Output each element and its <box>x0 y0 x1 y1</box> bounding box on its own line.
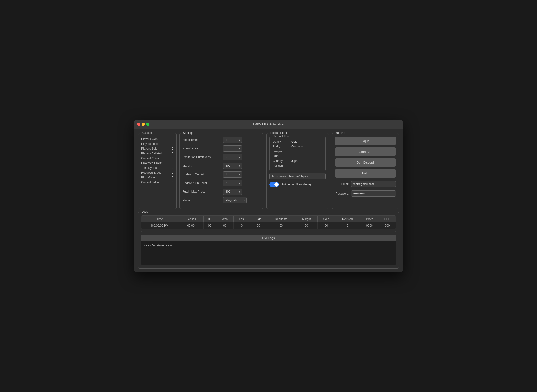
current-filters-title: Current Filters: <box>272 135 291 138</box>
settings-container: Sleep Time:1▾Num Cycles:5▾Expiration Cut… <box>183 137 260 203</box>
stats-row: Requests Made:0 <box>141 170 173 175</box>
futbin-url-input[interactable] <box>269 173 326 179</box>
minimize-button[interactable] <box>142 123 145 126</box>
auto-filters-toggle[interactable] <box>269 182 279 187</box>
start-bot-button[interactable]: Start Bot <box>335 147 396 156</box>
settings-row: Undercut On List:1▾ <box>183 171 260 178</box>
settings-select-5[interactable]: 2 <box>223 180 242 186</box>
main-content: Statistics Players Won:0Players Lost:0Pl… <box>134 129 403 272</box>
stats-value: 0 <box>172 166 173 170</box>
help-button[interactable]: Help <box>335 169 396 178</box>
stats-row: Players Sold:0 <box>141 146 173 151</box>
settings-select-4[interactable]: 1 <box>223 171 242 178</box>
settings-row: Undercut On Relist:2▾ <box>183 180 260 186</box>
settings-select-6[interactable]: 800 <box>223 189 242 195</box>
stats-row: Projected Profit:0 <box>141 161 173 165</box>
stats-label: Players Won: <box>141 137 158 141</box>
stats-label: Requests Made: <box>141 171 162 174</box>
filter-key: Position: <box>273 164 289 167</box>
settings-select-0[interactable]: 1 <box>223 137 242 143</box>
live-logs-body: - - - - Bot started - - - - <box>141 241 396 265</box>
filter-rows: Quality:GoldRarity:CommonLeague:Club:Cou… <box>273 139 323 168</box>
filter-key: Club: <box>273 154 289 158</box>
stats-container: Players Won:0Players Lost:0Players Sold:… <box>141 137 173 185</box>
live-logs-header: Live Logs <box>141 235 396 241</box>
toggle-row: Auto enter filters (beta) <box>269 182 326 187</box>
log-column-header: ID <box>203 216 216 222</box>
stats-row: Bids Made:0 <box>141 175 173 180</box>
title-bar: TMB's FIFA Autobidder <box>134 120 403 129</box>
stats-value: 0 <box>172 152 173 155</box>
log-table-cell: [00:00:00 PM <box>141 222 178 229</box>
stats-label: Current Coins: <box>141 157 160 160</box>
statistics-panel: Statistics Players Won:0Players Lost:0Pl… <box>138 133 177 209</box>
select-wrapper: 1▾ <box>223 171 242 178</box>
filter-key: Rarity: <box>273 145 289 148</box>
stats-label: Projected Profit: <box>141 161 162 165</box>
filter-key: League: <box>273 150 289 153</box>
stats-label: Players Relisted: <box>141 152 163 155</box>
settings-select-1[interactable]: 5 <box>223 145 242 152</box>
settings-field-label: Platform: <box>183 199 221 202</box>
settings-field-label: Undercut On Relist: <box>183 181 221 185</box>
stats-label: Players Sold: <box>141 147 158 150</box>
log-column-header: Requests <box>267 216 295 222</box>
logs-title: Logs <box>141 210 149 213</box>
filter-row: Position: <box>273 163 323 168</box>
log-header-row: TimeElapsedIDWonLostBidsRequestsMarginSo… <box>141 216 396 222</box>
settings-row: Platform:Playstation▾ <box>183 197 260 203</box>
password-label: Password: <box>335 192 349 195</box>
settings-row: Num Cycles:5▾ <box>183 145 260 152</box>
log-table-cell: 0 <box>335 222 360 229</box>
email-input[interactable] <box>351 181 396 187</box>
settings-field-label: Expiration Cutoff Mins: <box>183 155 221 159</box>
select-wrapper: 2▾ <box>223 180 242 186</box>
settings-field-label: Undercut On List: <box>183 173 221 176</box>
log-table-cell: 0000 <box>360 222 379 229</box>
log-column-header: PPF <box>379 216 396 222</box>
join-discord-button[interactable]: Join Discord <box>335 158 396 167</box>
log-column-header: Profit <box>360 216 379 222</box>
traffic-lights <box>137 123 149 126</box>
stats-value: 0 <box>172 137 173 141</box>
settings-select-7[interactable]: Playstation <box>223 197 247 203</box>
email-label: Email: <box>335 182 349 186</box>
settings-select-3[interactable]: 400 <box>223 163 242 169</box>
log-column-header: Sold <box>318 216 335 222</box>
filter-row: Rarity:Common <box>273 144 323 149</box>
filter-value: Common <box>291 145 303 148</box>
password-input[interactable] <box>351 190 396 197</box>
login-button[interactable]: Login <box>335 137 396 145</box>
stats-value: 0 <box>172 157 173 160</box>
current-filters: Current Filters: Quality:GoldRarity:Comm… <box>269 137 326 171</box>
stats-row: Players Won:0 <box>141 137 173 141</box>
maximize-button[interactable] <box>146 123 149 126</box>
stats-value: 0 <box>172 147 173 150</box>
toggle-label: Auto enter filters (beta) <box>281 183 311 186</box>
toggle-knob <box>274 182 279 187</box>
buttons-title: Buttons <box>334 131 346 135</box>
stats-value: 0 <box>172 176 173 179</box>
log-column-header: Margin <box>295 216 317 222</box>
settings-field-label: Margin: <box>183 164 221 167</box>
buttons-panel: Buttons Login Start Bot Join Discord Hel… <box>332 133 399 209</box>
statistics-title: Statistics <box>141 131 154 135</box>
select-wrapper: 5▾ <box>223 154 242 160</box>
log-table-cell: 00 <box>250 222 267 229</box>
log-table-cell: 00 <box>203 222 216 229</box>
email-row: Email: <box>335 181 396 187</box>
stats-label: Total Cycles: <box>141 166 158 170</box>
filter-row: Club: <box>273 154 323 159</box>
buttons-container: Login Start Bot Join Discord Help Email:… <box>335 137 396 197</box>
app-window: TMB's FIFA Autobidder Statistics Players… <box>134 120 403 272</box>
filter-value: Japan <box>291 159 299 163</box>
log-table: TimeElapsedIDWonLostBidsRequestsMarginSo… <box>141 216 396 229</box>
settings-select-2[interactable]: 5 <box>223 154 242 160</box>
stats-row: Total Cycles:0 <box>141 165 173 170</box>
top-row: Statistics Players Won:0Players Lost:0Pl… <box>138 133 399 209</box>
log-table-cell: 000 <box>379 222 396 229</box>
log-table-cell: 0 <box>233 222 250 229</box>
filters-panel: Filters Holder Current Filters: Quality:… <box>266 133 329 209</box>
close-button[interactable] <box>137 123 140 126</box>
stats-row: Players Relisted:0 <box>141 151 173 156</box>
